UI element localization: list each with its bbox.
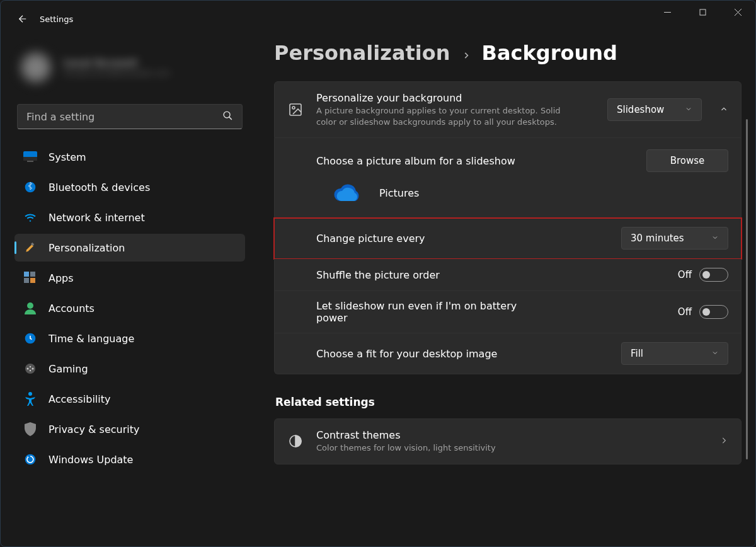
card-title: Choose a fit for your desktop image [316,348,609,360]
nav-item-bluetooth[interactable]: Bluetooth & devices [14,173,245,201]
change-interval-select[interactable]: 30 minutes [621,227,728,250]
breadcrumb-parent[interactable]: Personalization [274,41,450,65]
svg-line-5 [229,117,232,119]
nav-item-windows-update[interactable]: Windows Update [14,446,245,473]
nav-item-label: Accessibility [49,393,110,405]
chevron-down-icon [711,348,719,359]
contrast-icon [287,434,304,449]
svg-point-22 [30,370,31,371]
avatar [17,49,55,86]
toggle-state: Off [678,269,692,280]
svg-rect-25 [290,104,301,115]
breadcrumb: Personalization Background [274,41,742,65]
svg-point-4 [224,112,230,118]
person-icon [23,301,37,315]
update-icon [23,452,37,466]
wifi-icon [23,210,37,224]
battery-toggle[interactable] [699,305,728,319]
chevron-up-icon[interactable] [719,104,728,116]
album-name: Pictures [379,187,419,199]
nav-item-label: Time & language [49,333,134,345]
svg-rect-7 [23,157,37,161]
shuffle-toggle[interactable] [699,268,728,282]
svg-rect-12 [24,272,29,277]
nav-item-privacy-security[interactable]: Privacy & security [14,415,245,443]
svg-point-23 [28,392,32,396]
select-value: 30 minutes [631,233,684,244]
nav-item-accessibility[interactable]: Accessibility [14,385,245,413]
gamepad-icon [23,362,37,376]
card-title: Shuffle the picture order [316,269,665,281]
breadcrumb-current: Background [482,41,617,65]
svg-rect-13 [30,272,35,277]
nav-item-label: Bluetooth & devices [49,181,150,193]
svg-rect-15 [30,278,35,283]
apps-icon [23,271,37,285]
svg-rect-1 [700,9,706,15]
card-title: Let slideshow run even if I'm on battery… [316,300,543,324]
search-input[interactable] [26,111,222,123]
svg-rect-14 [24,278,29,283]
nav-item-label: Network & internet [49,212,145,224]
card-personalize-background[interactable]: Personalize your background A picture ba… [274,81,742,138]
nav-menu: System Bluetooth & devices Network & int… [14,143,245,473]
svg-point-10 [30,220,31,221]
nav-item-personalization[interactable]: Personalization [14,234,245,262]
nav-item-apps[interactable]: Apps [14,264,245,292]
user-account-block[interactable]: Local Account localaccount@example.com [14,49,245,98]
nav-item-label: Gaming [49,363,88,375]
card-title: Contrast themes [316,429,707,441]
nav-item-accounts[interactable]: Accounts [14,294,245,322]
card-title: Personalize your background [316,92,595,104]
clock-icon [23,331,37,345]
chevron-down-icon [711,233,719,244]
background-mode-select[interactable]: Slideshow [607,98,702,121]
user-name: Local Account [64,57,170,69]
user-email: localaccount@example.com [64,69,170,78]
select-value: Slideshow [617,104,664,115]
main-content: Personalization Background Personalize y… [253,31,749,546]
svg-point-21 [30,366,31,367]
chevron-right-icon [719,435,728,447]
svg-point-26 [292,107,295,109]
select-value: Fill [631,348,643,359]
app-title: Settings [40,14,73,24]
onedrive-icon [333,182,363,204]
picture-icon [287,102,304,117]
nav-item-label: System [49,151,86,163]
back-button[interactable] [17,13,28,25]
card-change-picture-every: Change picture every 30 minutes [274,218,742,259]
nav-item-network[interactable]: Network & internet [14,204,245,231]
svg-point-19 [27,368,29,370]
card-description: Color themes for low vision, light sensi… [316,442,581,454]
accessibility-icon [23,392,37,406]
fit-select[interactable]: Fill [621,342,728,365]
nav-item-gaming[interactable]: Gaming [14,355,245,383]
chevron-down-icon [685,104,692,115]
sidebar: Local Account localaccount@example.com S… [1,31,253,546]
svg-point-18 [25,364,35,374]
scrollbar[interactable] [746,119,748,459]
card-choose-fit: Choose a fit for your desktop image Fill [274,333,742,374]
window-maximize-button[interactable] [685,1,720,23]
nav-item-time-language[interactable]: Time & language [14,325,245,352]
nav-item-system[interactable]: System [14,143,245,171]
toggle-state: Off [678,306,692,318]
system-icon [23,150,37,164]
card-shuffle: Shuffle the picture order Off [274,259,742,291]
paintbrush-icon [23,241,37,255]
button-label: Browse [670,155,705,166]
search-icon [222,110,233,124]
card-description: A picture background applies to your cur… [316,105,581,127]
window-minimize-button[interactable] [650,1,685,23]
window-close-button[interactable] [720,1,755,23]
card-choose-album: Choose a picture album for a slideshow B… [274,138,742,218]
nav-item-label: Accounts [49,302,94,314]
search-box[interactable] [17,104,243,129]
card-title: Choose a picture album for a slideshow [316,155,634,167]
browse-button[interactable]: Browse [646,149,728,172]
nav-item-label: Personalization [49,242,125,254]
card-contrast-themes[interactable]: Contrast themes Color themes for low vis… [274,418,742,464]
nav-item-label: Privacy & security [49,423,139,435]
bluetooth-icon [23,180,37,194]
